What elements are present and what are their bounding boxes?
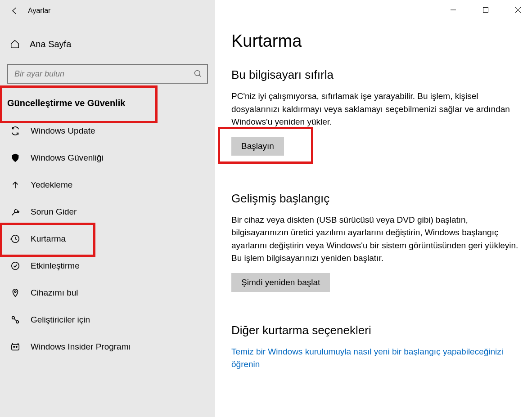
sidebar-section-header: Güncelleştirme ve Güvenlik [0,93,215,114]
sidebar-item-home[interactable]: Ana Sayfa [0,29,215,59]
svg-point-2 [12,262,19,270]
sidebar-item-label: Windows Update [31,126,95,136]
insider-icon [10,341,21,352]
history-icon [10,233,21,244]
maximize-icon [482,7,489,13]
minimize-icon [450,7,456,13]
section-heading: Diğer kurtarma seçenekleri [231,323,521,337]
fresh-start-link[interactable]: Temiz bir Windows kurulumuyla nasıl yeni… [231,345,519,371]
section-more-recovery: Diğer kurtarma seçenekleri Temiz bir Win… [231,323,521,371]
sync-icon [10,126,21,136]
sidebar-item-recovery[interactable]: Kurtarma [0,225,215,252]
section-heading: Gelişmiş başlangıç [231,192,521,206]
svg-rect-9 [483,8,488,13]
search-box[interactable] [7,64,208,84]
sidebar-item-activation[interactable]: Etkinleştirme [0,252,215,279]
section-description: PC'niz iyi çalışmıyorsa, sıfırlamak işe … [231,90,519,129]
checkcircle-icon [10,260,21,271]
window-title: Ayarlar [28,7,50,15]
location-icon [10,287,21,298]
maximize-button[interactable] [475,3,496,17]
window-controls [443,0,532,20]
main-content: Kurtarma Bu bilgisayarı sıfırla PC'niz i… [215,0,532,417]
sidebar-item-label: Geliştiriciler için [31,315,90,325]
section-reset-pc: Bu bilgisayarı sıfırla PC'niz iyi çalışm… [231,68,521,156]
devtools-icon [10,314,21,325]
back-button[interactable] [10,6,19,15]
sidebar-item-label: Windows Insider Programı [31,342,131,352]
minimize-button[interactable] [443,3,464,17]
section-advanced-startup: Gelişmiş başlangıç Bir cihaz veya diskte… [231,192,521,292]
svg-rect-6 [12,345,19,350]
titlebar-left: Ayarlar [0,0,215,22]
reset-start-button[interactable]: Başlayın [231,137,284,156]
svg-point-8 [16,346,17,348]
uparrow-icon [10,179,21,190]
section-description: Bir cihaz veya diskten (USB sürücüsü vey… [231,214,519,265]
sidebar-item-windows-update[interactable]: Windows Update [0,117,215,144]
sidebar: Ayarlar Ana Sayfa Güncelleştirme ve Güve… [0,0,215,417]
svg-point-0 [195,71,200,76]
close-icon [515,7,521,13]
page-title: Kurtarma [231,31,521,51]
sidebar-item-label: Cihazımı bul [31,288,78,298]
sidebar-item-windows-security[interactable]: Windows Güvenliği [0,144,215,171]
sidebar-item-find-device[interactable]: Cihazımı bul [0,279,215,306]
restart-now-button[interactable]: Şimdi yeniden başlat [231,273,330,292]
sidebar-item-label: Ana Sayfa [30,39,71,49]
home-icon [10,39,20,49]
svg-point-7 [14,346,15,348]
sidebar-item-insider[interactable]: Windows Insider Programı [0,333,215,360]
sidebar-item-label: Yedekleme [31,180,72,190]
wrench-icon [10,206,21,217]
sidebar-item-troubleshoot[interactable]: Sorun Gider [0,198,215,225]
shield-icon [10,152,21,163]
sidebar-item-backup[interactable]: Yedekleme [0,171,215,198]
search-icon [194,69,203,78]
sidebar-item-label: Etkinleştirme [31,261,80,271]
sidebar-item-label: Kurtarma [31,234,66,244]
section-heading: Bu bilgisayarı sıfırla [231,68,521,82]
search-input[interactable] [14,69,194,79]
arrow-left-icon [10,6,19,15]
sidebar-item-label: Sorun Gider [31,207,77,217]
sidebar-item-label: Windows Güvenliği [31,153,104,163]
close-button[interactable] [508,3,528,17]
sidebar-item-developers[interactable]: Geliştiriciler için [0,306,215,333]
svg-point-3 [14,291,16,292]
